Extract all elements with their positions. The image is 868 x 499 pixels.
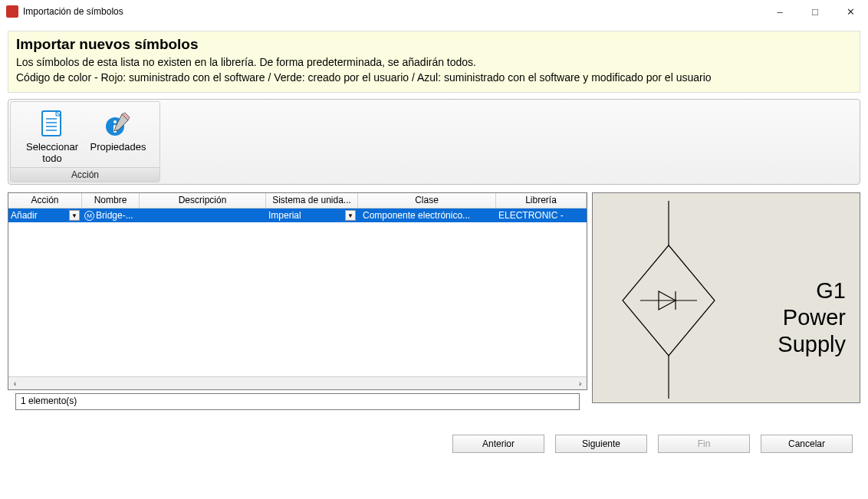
banner-line2: Código de color - Rojo: suministrado con… [16, 70, 852, 85]
next-button[interactable]: Siguiente [555, 435, 647, 453]
maximize-button[interactable]: □ [797, 0, 833, 23]
properties-label: Propiedades [90, 142, 146, 153]
bridge-rectifier-icon [603, 201, 734, 400]
preview-line1: G1 [778, 277, 846, 304]
dropdown-icon[interactable]: ▼ [345, 210, 356, 221]
select-all-button[interactable]: Seleccionar todo [19, 107, 85, 168]
horizontal-scrollbar[interactable]: ‹ › [8, 376, 587, 389]
status-text: 1 elemento(s) [21, 396, 77, 406]
scroll-right-icon[interactable]: › [574, 377, 587, 390]
col-header-sistema[interactable]: Sistema de unida... [266, 193, 358, 208]
col-header-libreria[interactable]: Librería [496, 193, 587, 208]
app-icon [6, 5, 18, 18]
svg-point-6 [113, 120, 117, 123]
cell-nombre: Bridge-... [96, 210, 133, 221]
col-header-descripcion[interactable]: Descripción [140, 193, 266, 208]
table-row[interactable]: Añadir ▼ M Bridge-... Imperial ▼ [8, 208, 587, 222]
wizard-buttons: Anterior Siguiente Fin Cancelar [8, 435, 853, 453]
properties-button[interactable]: Propiedades [85, 107, 151, 168]
previous-button[interactable]: Anterior [452, 435, 544, 453]
symbol-type-icon: M [84, 211, 94, 221]
window-controls: – □ ✕ [762, 0, 868, 23]
scroll-left-icon[interactable]: ‹ [8, 377, 21, 390]
col-header-nombre[interactable]: Nombre [82, 193, 140, 208]
status-bar: 1 elemento(s) [15, 393, 580, 410]
dropdown-icon[interactable]: ▼ [69, 210, 80, 221]
finish-button[interactable]: Fin [658, 435, 750, 453]
preview-line3: Supply [778, 331, 846, 358]
cell-clase: Componente electrónico... [363, 210, 470, 221]
ribbon-group-action: Seleccionar todo Propiedades Acción [10, 101, 160, 183]
grid-header: Acción Nombre Descripción Sistema de uni… [8, 193, 587, 208]
grid-panel: Acción Nombre Descripción Sistema de uni… [8, 192, 587, 410]
document-list-icon [36, 108, 68, 140]
cell-accion: Añadir [11, 210, 38, 221]
col-header-clase[interactable]: Clase [358, 193, 496, 208]
preview-line2: Power [778, 304, 846, 331]
cell-libreria: ELECTRONIC - [498, 210, 564, 221]
info-banner: Importar nuevos símbolos Los símbolos de… [8, 31, 860, 93]
minimize-button[interactable]: – [762, 0, 797, 23]
grid-body: Añadir ▼ M Bridge-... Imperial ▼ [8, 208, 587, 376]
preview-label: G1 Power Supply [778, 277, 846, 357]
symbol-preview: G1 Power Supply [592, 192, 860, 403]
select-all-label: Seleccionar todo [21, 142, 84, 165]
info-pencil-icon [102, 108, 134, 140]
window-title: Importación de símbolos [23, 6, 123, 17]
ribbon-group-label: Acción [11, 167, 159, 182]
cell-sistema: Imperial [268, 210, 301, 221]
col-header-accion[interactable]: Acción [8, 193, 82, 208]
titlebar: Importación de símbolos – □ ✕ [0, 0, 868, 23]
banner-line1: Los símbolos de esta lista no existen en… [16, 54, 852, 70]
symbols-grid[interactable]: Acción Nombre Descripción Sistema de uni… [8, 192, 587, 390]
close-button[interactable]: ✕ [833, 0, 868, 23]
ribbon: Seleccionar todo Propiedades Acción [8, 99, 860, 185]
cancel-button[interactable]: Cancelar [761, 435, 853, 453]
banner-heading: Importar nuevos símbolos [16, 36, 852, 53]
